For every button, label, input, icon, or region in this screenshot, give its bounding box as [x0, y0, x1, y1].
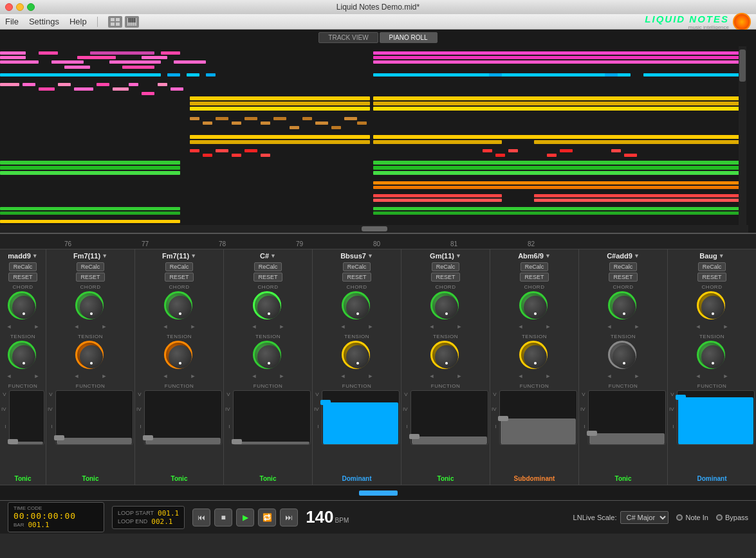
play-button[interactable]: ▶ [236, 509, 254, 526]
menu-help[interactable]: Help [69, 17, 87, 26]
chord-knob-2[interactable] [75, 291, 106, 322]
fader-3[interactable] [144, 390, 222, 445]
minimize-button[interactable] [16, 3, 24, 11]
piano-roll-canvas[interactable] [0, 46, 756, 233]
svg-rect-12 [134, 18, 135, 22]
fast-forward-button[interactable]: ⏭ [280, 509, 298, 526]
recalc-btn-4[interactable]: ReCalc [254, 262, 282, 271]
svg-rect-23 [142, 56, 167, 59]
piano-view-button[interactable] [125, 16, 139, 28]
svg-rect-71 [216, 149, 228, 152]
chord-name-8: C#add9 ▼ [607, 252, 640, 260]
stop-button[interactable]: ■ [214, 509, 232, 526]
tension-knob-4[interactable] [253, 341, 284, 372]
svg-rect-63 [357, 122, 367, 125]
tension-knob-3[interactable] [164, 341, 195, 372]
fader-2[interactable] [55, 390, 133, 445]
menu-settings[interactable]: Settings [29, 17, 59, 26]
loop-start-label: LOOP START [118, 510, 154, 516]
svg-rect-68 [534, 140, 746, 144]
close-button[interactable] [5, 3, 13, 11]
svg-rect-97 [0, 207, 180, 210]
recalc-btn-1[interactable]: ReCalc [9, 262, 37, 271]
chord-strip-5: Bbsus7 ▼ ReCalc RESET CHORD ◄► TENSION ◄… [313, 249, 401, 485]
note-in-radio[interactable] [676, 514, 683, 521]
fader-8[interactable] [588, 390, 666, 445]
recalc-btn-7[interactable]: ReCalc [521, 262, 549, 271]
note-in-label: Note In [685, 514, 708, 521]
fader-iv-label-1: IV [1, 406, 6, 412]
fader-1[interactable] [9, 390, 44, 445]
svg-rect-95 [373, 199, 502, 202]
svg-rect-76 [495, 154, 505, 157]
menu-file[interactable]: File [5, 17, 19, 26]
chord-knob-9[interactable] [697, 291, 728, 322]
chord-knob-arrows-1: ◄► [6, 323, 40, 330]
svg-rect-83 [373, 56, 746, 59]
fader-4[interactable] [233, 390, 311, 445]
fader-9[interactable] [677, 390, 755, 445]
recalc-btn-2[interactable]: ReCalc [77, 262, 105, 271]
grid-view-button[interactable] [108, 16, 122, 28]
reset-btn-2[interactable]: RESET [76, 273, 104, 282]
reset-btn-5[interactable]: RESET [342, 273, 371, 282]
tab-track-view[interactable]: TRACK VIEW [318, 32, 378, 43]
bypass-label: Bypass [725, 514, 748, 521]
tension-knob-2[interactable] [75, 341, 106, 372]
reset-btn-9[interactable]: RESET [697, 273, 726, 282]
chord-name-1: madd9 ▼ [8, 252, 37, 260]
reset-btn-3[interactable]: RESET [165, 273, 193, 282]
svg-rect-40 [113, 87, 129, 91]
tension-knob-8[interactable] [608, 341, 639, 372]
chord-knob-4[interactable] [253, 291, 284, 322]
measure-80: 80 [373, 240, 380, 248]
bar-value: 001.1 [28, 521, 49, 529]
fader-6[interactable] [410, 390, 488, 445]
svg-rect-44 [171, 87, 183, 91]
svg-rect-18 [64, 66, 90, 69]
logo-circle [733, 13, 751, 31]
tension-knob-7[interactable] [519, 341, 550, 372]
tension-knob-5[interactable] [342, 341, 373, 372]
recalc-btn-5[interactable]: ReCalc [343, 262, 371, 271]
chord-knob-1[interactable] [8, 291, 39, 322]
fader-7[interactable] [499, 390, 577, 445]
svg-rect-82 [373, 51, 746, 55]
svg-rect-15 [0, 60, 39, 64]
rewind-button[interactable]: ⏮ [192, 509, 210, 526]
svg-rect-2 [111, 22, 115, 26]
reset-btn-4[interactable]: RESET [254, 273, 282, 282]
recalc-btn-8[interactable]: ReCalc [609, 262, 638, 271]
bypass-radio[interactable] [716, 514, 723, 521]
chord-knob-6[interactable] [430, 291, 461, 322]
recalc-btn-9[interactable]: ReCalc [698, 262, 726, 271]
svg-rect-100 [373, 212, 746, 215]
recalc-btn-3[interactable]: ReCalc [165, 262, 194, 271]
svg-rect-60 [315, 122, 328, 125]
svg-rect-52 [203, 122, 212, 125]
reset-btn-6[interactable]: RESET [431, 273, 459, 282]
tab-piano-roll[interactable]: PIANO ROLL [380, 32, 438, 43]
chord-knob-3[interactable] [164, 291, 195, 322]
function-label-1: FUNCTION [8, 383, 37, 389]
tension-knob-6[interactable] [430, 341, 461, 372]
fullscreen-button[interactable] [27, 3, 35, 11]
tension-knob-9[interactable] [697, 341, 728, 372]
fader-5[interactable] [322, 390, 400, 445]
recalc-btn-6[interactable]: ReCalc [432, 262, 460, 271]
reset-btn-7[interactable]: RESET [520, 273, 548, 282]
reset-btn-1[interactable]: RESET [8, 273, 37, 282]
chord-knob-7[interactable] [519, 291, 550, 322]
loop-button[interactable]: 🔁 [258, 509, 276, 526]
chord-knob-8[interactable] [608, 291, 639, 322]
scale-dropdown[interactable]: C# Major [620, 511, 668, 524]
svg-rect-13 [0, 51, 26, 55]
bottom-label-3: Tonic [171, 475, 188, 482]
chord-strips: madd9 ▼ ReCalc RESET CHORD ◄► TENSION ◄►… [0, 249, 756, 485]
chord-knob-5[interactable] [342, 291, 373, 322]
reset-btn-8[interactable]: RESET [609, 273, 637, 282]
svg-rect-96 [534, 199, 746, 202]
tension-knob-1[interactable] [8, 341, 39, 372]
svg-rect-11 [132, 18, 133, 22]
pianoroll-container: TRACK VIEW PIANO ROLL [0, 30, 756, 234]
